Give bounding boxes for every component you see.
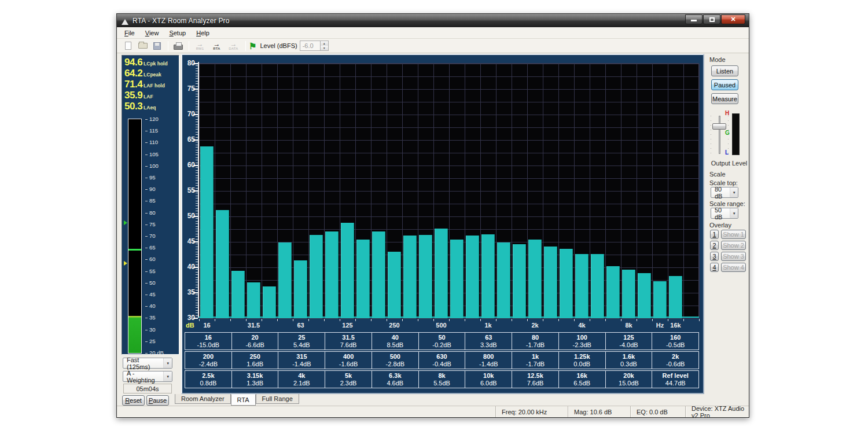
- rta-bar-2k: [528, 240, 542, 318]
- weighting-value: A - Weighting: [127, 370, 163, 384]
- eq-cell-value: -15.0dB: [197, 341, 220, 349]
- x-tick-label: 250: [389, 322, 399, 329]
- x-tick: [465, 319, 465, 321]
- eq-cell-50: 50-0.2dB: [418, 333, 465, 350]
- tab-room-analyzer[interactable]: Room Analyzer: [175, 394, 231, 404]
- reset-button[interactable]: Reset: [122, 395, 145, 406]
- meter-tick: [145, 330, 148, 330]
- gridline: [308, 64, 309, 318]
- overlay-3-button[interactable]: 3: [710, 252, 719, 261]
- gridline: [324, 64, 325, 318]
- meter-scale-label: 110: [149, 139, 158, 145]
- eq-cell-value: 44.7dB: [665, 380, 686, 387]
- y-tick: [193, 139, 198, 141]
- meter-scale-label: 95: [149, 175, 156, 181]
- rta-bar-250: [388, 252, 401, 318]
- menu-help[interactable]: Help: [191, 28, 215, 38]
- open-button: [136, 40, 149, 52]
- tab-rta[interactable]: RTA: [231, 394, 256, 406]
- maximize-button[interactable]: [703, 14, 720, 24]
- eq-cell-freq: 250: [249, 353, 260, 361]
- reading-laeq: 50.3LAeq: [122, 100, 179, 111]
- x-tick: [496, 319, 496, 321]
- reading-laf: 35.9LAF: [122, 89, 179, 100]
- minimize-icon: [691, 20, 697, 21]
- meter-scale-label: 100: [149, 163, 159, 169]
- eq-cell-freq: 20k: [623, 372, 634, 380]
- rta-bar-16k: [669, 276, 682, 318]
- meter-scale-label: 70: [149, 233, 156, 239]
- eq-cell-freq: 125: [623, 334, 634, 341]
- menu-view[interactable]: View: [140, 28, 164, 38]
- eq-cell-3.15k: 3.15k1.3dB: [231, 371, 278, 388]
- x-tick: [371, 319, 372, 321]
- tab-full-range[interactable]: Full Range: [256, 394, 299, 404]
- chevron-down-icon: ▼: [163, 358, 172, 368]
- level-value[interactable]: -6.0: [300, 41, 321, 51]
- x-tick: [215, 319, 215, 321]
- meter-scale-label: 80: [149, 210, 156, 216]
- rta-bar-200: [372, 231, 385, 318]
- meter-tick: [145, 236, 148, 237]
- overlay-1-button[interactable]: 1: [710, 230, 719, 239]
- gridline: [652, 64, 653, 318]
- mode-measure-button[interactable]: Measure: [711, 93, 738, 104]
- meter-tick: [145, 201, 148, 201]
- close-button[interactable]: ✕: [721, 14, 745, 24]
- x-tick-label: Hz: [656, 322, 664, 329]
- overlay-show-3-button: Show 3: [721, 252, 746, 261]
- meter-scale-label: 60: [149, 256, 156, 262]
- eq-cell-freq: 20: [251, 334, 258, 341]
- meter-scale-label: 120: [149, 116, 159, 122]
- signal-h-label: H: [725, 111, 729, 116]
- eq-cell-6.3k: 6.3k4.6dB: [372, 371, 418, 388]
- x-tick: [433, 319, 434, 321]
- meter-scale-label: 75: [149, 222, 156, 227]
- menu-file[interactable]: File: [119, 28, 140, 38]
- meter-tick: [145, 259, 148, 260]
- app-icon: [120, 17, 129, 25]
- eq-cell-freq: 100: [577, 334, 587, 341]
- response-select[interactable]: Fast (125ms) ▼: [123, 358, 172, 369]
- overlay-4-button[interactable]: 4: [710, 263, 719, 272]
- pause-button[interactable]: Pause: [146, 395, 169, 406]
- scale-top-select[interactable]: 80 dB ▼: [711, 187, 738, 198]
- eq-cell-200: 200-2.4dB: [185, 352, 231, 369]
- x-tick-label: 500: [436, 322, 446, 329]
- gridline: [574, 64, 575, 318]
- eq-cell-25: 255.4dB: [278, 333, 325, 350]
- rta-bar-8k: [622, 270, 635, 318]
- gridline: [496, 64, 496, 318]
- meter-tick: [145, 341, 148, 342]
- mode-paused-button[interactable]: Paused: [711, 79, 738, 90]
- gridline: [527, 64, 528, 318]
- plot-area[interactable]: [199, 63, 699, 318]
- minimize-button[interactable]: [685, 14, 703, 24]
- toolbar-rta-button[interactable]: →RTA: [209, 40, 225, 52]
- arrow-caption: DATA: [229, 47, 238, 51]
- eq-cell-value: -4.0dB: [619, 341, 638, 349]
- scale-range-select[interactable]: 50 dB ▼: [711, 208, 738, 219]
- overlay-show-label: Show 3: [723, 253, 744, 260]
- screenshot-canvas: RTA - XTZ Room Analyzer Pro ✕ FileViewSe…: [0, 0, 868, 434]
- gridline: [277, 64, 278, 318]
- reading-lcpk-hold: 94.6LCpk hold: [122, 56, 179, 67]
- eq-cell-freq: 630: [436, 353, 447, 361]
- weighting-select[interactable]: A - Weighting ▼: [123, 371, 172, 382]
- output-level-slider-handle[interactable]: [712, 123, 726, 130]
- mode-listen-button[interactable]: Listen: [711, 65, 738, 76]
- spin-down-icon[interactable]: ▼: [321, 46, 328, 50]
- eq-cell-freq: 8k: [438, 372, 445, 380]
- overlay-2-button[interactable]: 2: [710, 241, 719, 250]
- spin-up-icon[interactable]: ▲: [321, 41, 328, 46]
- reading-value: 35.9: [124, 90, 142, 101]
- eq-cell-value: -2.8dB: [386, 361, 404, 368]
- reading-label: LAeq: [144, 105, 156, 111]
- gridline: [199, 64, 200, 318]
- save-button: [150, 40, 164, 52]
- eq-cell-value: 8.5dB: [387, 341, 403, 349]
- menu-setup[interactable]: Setup: [164, 28, 191, 38]
- print-button[interactable]: [171, 40, 185, 52]
- eq-cell-freq: 500: [390, 353, 400, 361]
- rta-bar-400: [419, 235, 432, 318]
